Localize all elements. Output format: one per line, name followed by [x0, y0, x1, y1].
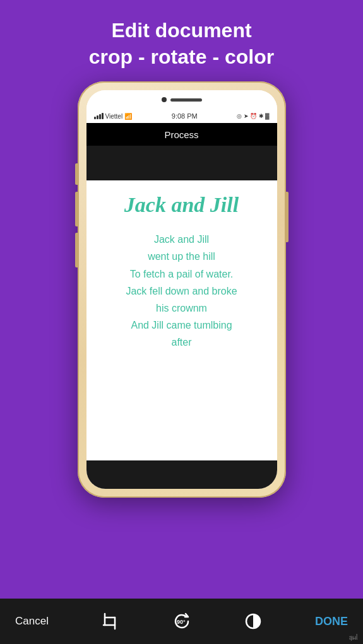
color-button[interactable]	[244, 612, 262, 630]
toolbar: Cancel 90° DONE ᥠᥕᥣ	[0, 599, 363, 644]
poem-line-1: Jack and Jill	[126, 231, 237, 248]
battery-icon: ▓	[265, 113, 270, 119]
poem-line-4: Jack fell down and broke	[126, 283, 237, 300]
status-bar: Viettel 📶 9:08 PM ◎ ➤ ⏰ ✱ ▓	[86, 109, 277, 123]
crop-icon	[101, 612, 119, 630]
signal-bar-4	[102, 113, 104, 119]
signal-bar-2	[97, 115, 98, 119]
dark-band-top	[86, 146, 277, 180]
poem-line-5: his crownm	[126, 300, 237, 317]
phone-screen: Viettel 📶 9:08 PM ◎ ➤ ⏰ ✱ ▓ Process Jack…	[86, 90, 277, 489]
status-right: ◎ ➤ ⏰ ✱ ▓	[237, 113, 269, 119]
poem-line-7: after	[126, 334, 237, 351]
speaker	[170, 98, 202, 102]
cancel-button[interactable]: Cancel	[15, 615, 49, 628]
header-line1: Edit document	[89, 18, 274, 44]
crop-button[interactable]	[101, 612, 119, 630]
header-text: Edit document crop - rotate - color	[89, 18, 274, 70]
side-button-vol-up	[75, 192, 78, 226]
rotate-button[interactable]: 90°	[172, 611, 192, 631]
document-poem: Jack and Jill went up the hill To fetch …	[126, 231, 237, 351]
svg-text:90°: 90°	[177, 619, 186, 625]
cancel-label: Cancel	[15, 615, 49, 628]
side-button-power	[286, 192, 289, 242]
document-content: Jack and Jill Jack and Jill went up the …	[86, 180, 277, 460]
header-line2: crop - rotate - color	[89, 44, 274, 71]
dark-band-bottom	[86, 460, 277, 489]
document-title: Jack and Jill	[124, 193, 239, 217]
location-icon: ◎ ➤ ⏰ ✱	[237, 113, 264, 119]
carrier-name: Viettel	[105, 113, 123, 120]
phone-mockup: Viettel 📶 9:08 PM ◎ ➤ ⏰ ✱ ▓ Process Jack…	[78, 81, 286, 498]
notch-area	[86, 90, 277, 109]
nav-bar: Process	[86, 123, 277, 146]
poem-line-2: went up the hill	[126, 248, 237, 265]
rotate-icon: 90°	[172, 611, 192, 631]
watermark: ᥠᥕᥣ	[349, 634, 358, 641]
status-time: 9:08 PM	[172, 112, 198, 120]
front-camera	[162, 97, 167, 102]
status-left: Viettel 📶	[94, 113, 133, 120]
side-button-mute	[75, 163, 78, 185]
signal-bars	[94, 113, 104, 119]
done-button[interactable]: DONE	[315, 615, 348, 628]
poem-line-3: To fetch a pail of water.	[126, 266, 237, 283]
done-label: DONE	[315, 615, 348, 628]
signal-bar-1	[94, 117, 96, 119]
nav-title: Process	[164, 129, 198, 140]
color-icon	[244, 612, 262, 630]
side-button-vol-down	[75, 233, 78, 267]
poem-line-6: And Jill came tumlbing	[126, 317, 237, 334]
wifi-icon: 📶	[124, 113, 132, 120]
signal-bar-3	[99, 114, 101, 119]
